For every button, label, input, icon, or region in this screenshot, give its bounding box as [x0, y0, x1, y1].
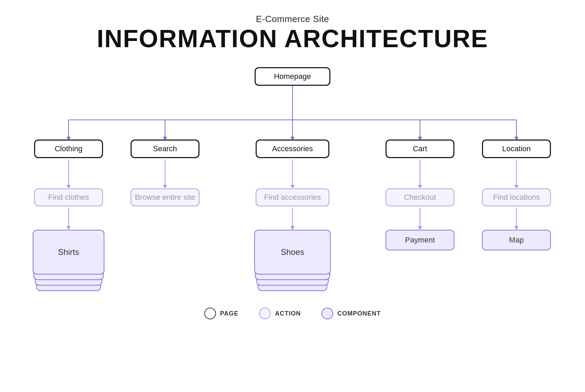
node-browse-entire-site: Browse entire site — [131, 188, 199, 206]
node-homepage: Homepage — [255, 67, 330, 86]
node-location: Location — [482, 140, 551, 158]
svg-marker-15 — [66, 226, 71, 230]
legend-action-icon — [259, 308, 271, 319]
header: E-Commerce Site INFORMATION ARCHITECTURE — [97, 14, 488, 53]
node-accessories: Accessories — [256, 140, 329, 158]
legend: PAGE ACTION COMPONENT — [204, 308, 381, 319]
legend-component-icon — [321, 308, 333, 319]
node-find-clothes: Find clothes — [34, 188, 103, 206]
svg-marker-27 — [514, 185, 519, 188]
node-find-accessories: Find accessories — [256, 188, 329, 206]
node-shoes: Shoes — [254, 230, 331, 275]
legend-action-label: ACTION — [275, 310, 301, 317]
svg-marker-23 — [418, 185, 422, 188]
diagram: Homepage Clothing Search Accessories Car… — [17, 60, 568, 301]
legend-page: PAGE — [204, 308, 239, 319]
node-checkout: Checkout — [386, 188, 454, 206]
legend-page-label: PAGE — [220, 310, 239, 317]
node-clothing: Clothing — [34, 140, 103, 158]
legend-component: COMPONENT — [321, 308, 381, 319]
svg-marker-17 — [163, 185, 167, 188]
title: INFORMATION ARCHITECTURE — [97, 24, 488, 53]
subtitle: E-Commerce Site — [97, 14, 488, 24]
legend-component-label: COMPONENT — [337, 310, 381, 317]
node-payment: Payment — [386, 230, 454, 250]
node-search: Search — [131, 140, 199, 158]
svg-marker-25 — [418, 226, 422, 230]
legend-page-icon — [204, 308, 216, 319]
node-shirts: Shirts — [33, 230, 104, 275]
svg-marker-13 — [66, 185, 71, 188]
legend-action: ACTION — [259, 308, 301, 319]
node-shirts-container: Shirts — [33, 233, 104, 291]
node-map: Map — [482, 230, 551, 250]
node-shoes-container: Shoes — [254, 233, 331, 291]
svg-marker-19 — [290, 185, 295, 188]
svg-marker-29 — [514, 226, 519, 230]
node-find-locations: Find locations — [482, 188, 551, 206]
svg-marker-21 — [290, 226, 295, 230]
node-cart: Cart — [386, 140, 454, 158]
